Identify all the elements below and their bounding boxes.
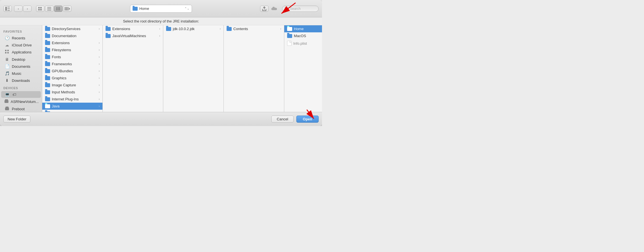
svg-rect-14 [65,7,66,10]
new-folder-button[interactable]: New Folder [3,116,30,123]
chevron-right-icon: › [159,34,160,37]
svg-rect-1 [7,7,10,7]
main-content: Favorites 🕐 Recents ☁ iCloud Drive Appli… [0,25,322,112]
search-placeholder: Search [290,7,301,11]
column-1: DirectoryServices › Documentation Extens… [42,25,103,112]
chevron-right-icon: › [99,41,100,44]
svg-rect-12 [58,7,59,10]
sidebar-item-recents[interactable]: 🕐 Recents [1,35,41,41]
location-text: Home [139,6,183,11]
sidebar: Favorites 🕐 Recents ☁ iCloud Drive Appli… [0,25,42,112]
svg-rect-7 [40,9,42,10]
location-chevron-icon: ⌃⌄ [184,7,189,10]
sidebar-item-music[interactable]: 🎵 Music [1,70,41,77]
column-5: Home MacOS Info.plist [284,25,322,112]
list-view-button[interactable] [45,6,53,12]
recents-icon: 🕐 [5,36,10,40]
list-item[interactable]: Extensions › [103,25,163,32]
columns-area: DirectoryServices › Documentation Extens… [42,25,322,112]
chevron-right-icon: › [99,91,100,94]
list-item[interactable]: Keyboard Layouts › [42,110,102,112]
list-item[interactable]: Frameworks › [42,60,102,68]
sidebar-item-preboot[interactable]: Preboot [1,105,41,112]
folder-icon [227,27,232,31]
sidebar-item-applications[interactable]: Applications [1,49,41,56]
list-item-jvm[interactable]: JavaVirtualMachines › [103,32,163,39]
sidebar-item-macbook[interactable]: 💻 🏷 [1,91,41,98]
search-box[interactable]: 🔍 Search [282,6,319,12]
sidebar-toggle-button[interactable] [3,6,12,12]
forward-button[interactable]: › [23,6,32,12]
list-item[interactable]: GPUBundles › [42,68,102,75]
column-view-button[interactable] [54,6,62,12]
folder-icon [45,97,50,101]
sidebar-item-icloud[interactable]: ☁ iCloud Drive [1,42,41,48]
list-item[interactable]: Graphics › [42,75,102,82]
back-button[interactable]: ‹ [14,6,23,12]
list-item-contents[interactable]: Contents › [224,25,284,32]
chevron-right-icon: › [280,27,281,30]
sidebar-item-asr[interactable]: ASRNewVolum... [1,98,41,105]
downloads-icon: ⬇ [5,78,10,83]
chevron-right-icon: › [99,112,100,112]
sidebar-item-desktop[interactable]: 🖥 Desktop [1,56,41,63]
folder-icon [45,111,50,112]
file-chooser-dialog: ‹ › Home ⌃⌄ [0,0,322,126]
folder-icon [45,62,50,66]
svg-rect-19 [7,50,9,51]
view-buttons [36,6,71,12]
folder-icon [287,27,292,31]
devices-section-label: Devices [0,84,42,91]
folder-icon [45,41,50,45]
gallery-view-button[interactable] [63,6,71,12]
chevron-right-icon: › [99,55,100,58]
list-item[interactable]: Input Methods › [42,89,102,96]
list-item[interactable]: Image Capture › [42,82,102,89]
sidebar-item-documents[interactable]: 📄 Documents [1,63,41,70]
chevron-right-icon: › [99,48,100,51]
list-item-java[interactable]: Java › [42,103,102,110]
share-button[interactable] [260,6,269,12]
file-icon [287,41,292,46]
chevron-right-icon: › [99,69,100,73]
folder-icon [45,69,50,73]
bottom-bar: New Folder Cancel Open [0,112,322,126]
chevron-right-icon: › [99,27,100,30]
location-bar[interactable]: Home ⌃⌄ [130,5,192,13]
list-item-jdk[interactable]: jdk-10.0.2.jdk › [163,25,223,32]
disk-icon [5,99,8,104]
list-item-infoplist[interactable]: Info.plist [284,39,322,47]
list-item[interactable]: Fonts › [42,53,102,60]
folder-icon [287,34,292,38]
svg-rect-11 [56,7,57,10]
list-item[interactable]: Documentation [42,32,102,39]
column-2: Extensions › JavaVirtualMachines › [103,25,163,112]
svg-rect-6 [38,9,40,10]
list-item[interactable]: Extensions › [42,39,102,46]
folder-icon [45,76,50,80]
icon-view-button[interactable] [36,6,44,12]
list-item-macos[interactable]: MacOS [284,32,322,39]
cancel-button[interactable]: Cancel [271,116,293,123]
preboot-icon [5,107,10,111]
open-button[interactable]: Open [296,116,319,123]
chevron-right-icon: › [99,98,100,101]
folder-icon [45,34,50,38]
column-4: Contents › [224,25,284,112]
list-item[interactable]: Filesystems › [42,46,102,53]
list-item[interactable]: Internet Plug-Ins › [42,96,102,103]
list-item-home[interactable]: Home [284,25,322,32]
list-item[interactable]: DirectoryServices › [42,25,102,32]
folder-icon [45,27,50,31]
macbook-tag-icon: 🏷 [12,92,17,97]
svg-rect-17 [69,8,70,10]
folder-icon [106,34,111,38]
svg-rect-13 [59,7,60,10]
svg-rect-8 [47,7,51,8]
svg-rect-4 [38,7,40,8]
svg-rect-20 [5,52,6,53]
svg-rect-10 [47,10,51,10]
desktop-icon: 🖥 [5,57,10,62]
folder-icon [166,27,171,31]
sidebar-item-downloads[interactable]: ⬇ Downloads [1,77,41,84]
